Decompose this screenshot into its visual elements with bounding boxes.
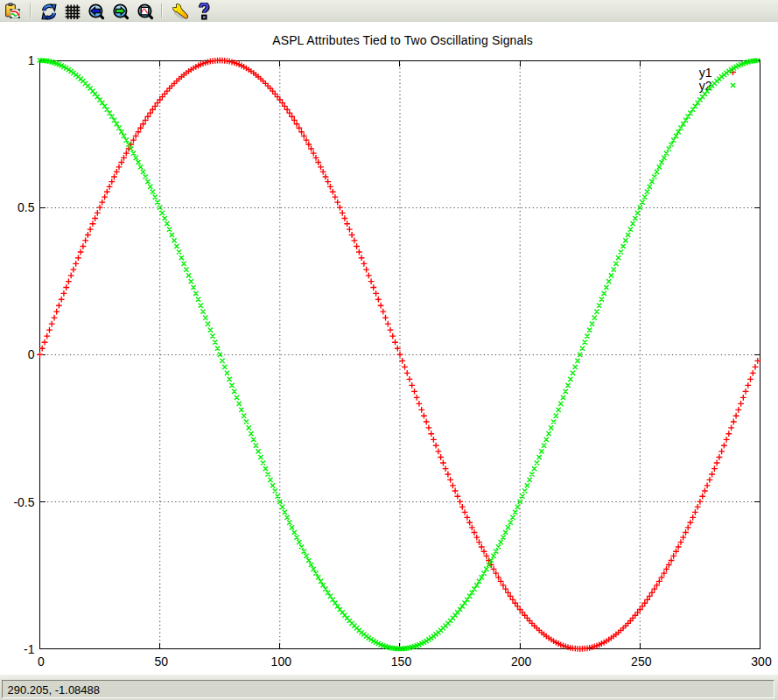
svg-text:y2: y2	[699, 79, 712, 93]
svg-text:-1: -1	[24, 642, 35, 656]
svg-text:50: 50	[154, 654, 168, 668]
svg-text:300: 300	[751, 654, 772, 668]
svg-text:0: 0	[38, 654, 45, 668]
svg-text:1: 1	[28, 53, 35, 67]
svg-text:0: 0	[28, 347, 35, 361]
svg-text:250: 250	[631, 654, 652, 668]
svg-text:ASPL Attributes Tied to Two Os: ASPL Attributes Tied to Two Oscillating …	[272, 33, 533, 47]
svg-text:100: 100	[271, 654, 292, 668]
svg-text:0.5: 0.5	[18, 200, 35, 214]
svg-text:200: 200	[511, 654, 532, 668]
svg-text:y1: y1	[699, 66, 712, 80]
svg-text:150: 150	[391, 654, 412, 668]
svg-text:-0.5: -0.5	[13, 495, 34, 509]
